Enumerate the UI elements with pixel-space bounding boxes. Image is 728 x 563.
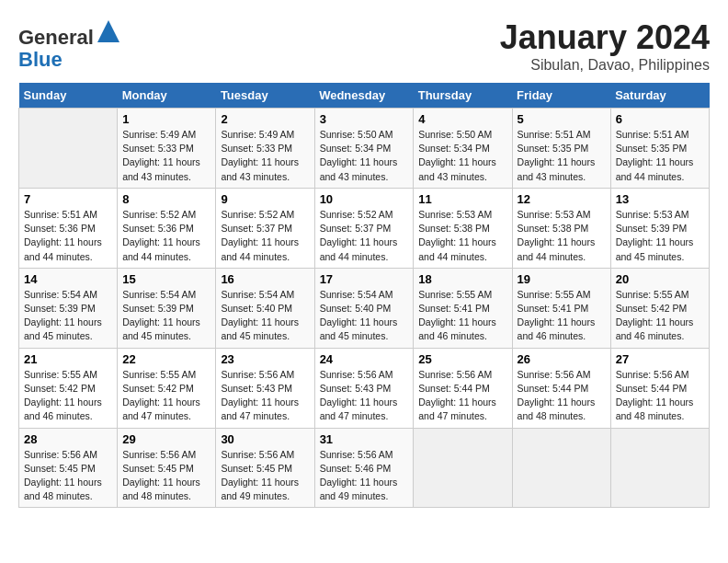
day-info: Sunrise: 5:50 AM Sunset: 5:34 PM Dayligh… [418,128,506,184]
day-info: Sunrise: 5:52 AM Sunset: 5:37 PM Dayligh… [221,208,309,264]
day-info: Sunrise: 5:55 AM Sunset: 5:42 PM Dayligh… [122,368,210,424]
day-info: Sunrise: 5:56 AM Sunset: 5:43 PM Dayligh… [221,368,309,424]
day-info: Sunrise: 5:55 AM Sunset: 5:41 PM Dayligh… [518,288,606,344]
day-cell: 25Sunrise: 5:56 AM Sunset: 5:44 PM Dayli… [414,348,512,428]
day-number: 26 [518,352,606,366]
day-number: 20 [616,272,704,286]
day-number: 10 [320,192,409,206]
day-info: Sunrise: 5:56 AM Sunset: 5:44 PM Dayligh… [518,368,606,424]
day-cell: 21Sunrise: 5:55 AM Sunset: 5:42 PM Dayli… [19,348,118,428]
day-info: Sunrise: 5:55 AM Sunset: 5:41 PM Dayligh… [418,288,506,344]
weekday-sunday: Sunday [19,83,118,109]
day-cell: 6Sunrise: 5:51 AM Sunset: 5:35 PM Daylig… [610,109,709,189]
day-info: Sunrise: 5:52 AM Sunset: 5:37 PM Dayligh… [320,208,409,264]
day-info: Sunrise: 5:56 AM Sunset: 5:44 PM Dayligh… [616,368,704,424]
day-cell: 18Sunrise: 5:55 AM Sunset: 5:41 PM Dayli… [414,268,512,348]
day-cell: 20Sunrise: 5:55 AM Sunset: 5:42 PM Dayli… [610,268,709,348]
day-cell: 26Sunrise: 5:56 AM Sunset: 5:44 PM Dayli… [512,348,610,428]
day-number: 28 [24,432,112,446]
day-info: Sunrise: 5:56 AM Sunset: 5:45 PM Dayligh… [221,448,309,504]
day-cell: 15Sunrise: 5:54 AM Sunset: 5:39 PM Dayli… [118,268,216,348]
week-row-5: 28Sunrise: 5:56 AM Sunset: 5:45 PM Dayli… [19,428,710,508]
svg-marker-0 [97,20,119,42]
weekday-thursday: Thursday [414,83,512,109]
week-row-2: 7Sunrise: 5:51 AM Sunset: 5:36 PM Daylig… [19,188,710,268]
day-cell: 28Sunrise: 5:56 AM Sunset: 5:45 PM Dayli… [19,428,118,508]
day-cell: 24Sunrise: 5:56 AM Sunset: 5:43 PM Dayli… [314,348,414,428]
day-info: Sunrise: 5:54 AM Sunset: 5:40 PM Dayligh… [221,288,309,344]
day-info: Sunrise: 5:49 AM Sunset: 5:33 PM Dayligh… [122,128,210,184]
day-number: 3 [320,112,409,126]
day-number: 15 [122,272,210,286]
day-cell: 2Sunrise: 5:49 AM Sunset: 5:33 PM Daylig… [216,109,314,189]
weekday-header-row: SundayMondayTuesdayWednesdayThursdayFrid… [19,83,710,109]
calendar-body: 1Sunrise: 5:49 AM Sunset: 5:33 PM Daylig… [19,109,710,508]
day-cell: 5Sunrise: 5:51 AM Sunset: 5:35 PM Daylig… [512,109,610,189]
day-number: 12 [518,192,606,206]
day-info: Sunrise: 5:56 AM Sunset: 5:46 PM Dayligh… [320,448,409,504]
logo-blue: Blue [18,48,63,71]
day-number: 4 [418,112,506,126]
day-number: 25 [418,352,506,366]
day-cell [610,428,709,508]
day-info: Sunrise: 5:51 AM Sunset: 5:35 PM Dayligh… [616,128,704,184]
day-cell: 19Sunrise: 5:55 AM Sunset: 5:41 PM Dayli… [512,268,610,348]
week-row-1: 1Sunrise: 5:49 AM Sunset: 5:33 PM Daylig… [19,109,710,189]
day-info: Sunrise: 5:53 AM Sunset: 5:39 PM Dayligh… [616,208,704,264]
day-number: 31 [320,432,409,446]
day-info: Sunrise: 5:50 AM Sunset: 5:34 PM Dayligh… [320,128,409,184]
day-info: Sunrise: 5:49 AM Sunset: 5:33 PM Dayligh… [221,128,309,184]
day-number: 29 [122,432,210,446]
day-info: Sunrise: 5:51 AM Sunset: 5:36 PM Dayligh… [24,208,112,264]
day-number: 30 [221,432,309,446]
day-cell: 12Sunrise: 5:53 AM Sunset: 5:38 PM Dayli… [512,188,610,268]
day-number: 5 [518,112,606,126]
day-info: Sunrise: 5:56 AM Sunset: 5:45 PM Dayligh… [122,448,210,504]
day-number: 11 [418,192,506,206]
day-cell: 29Sunrise: 5:56 AM Sunset: 5:45 PM Dayli… [118,428,216,508]
weekday-wednesday: Wednesday [314,83,414,109]
day-info: Sunrise: 5:53 AM Sunset: 5:38 PM Dayligh… [418,208,506,264]
day-number: 16 [221,272,309,286]
day-cell [19,109,118,189]
day-info: Sunrise: 5:54 AM Sunset: 5:39 PM Dayligh… [122,288,210,344]
day-cell [414,428,512,508]
day-info: Sunrise: 5:55 AM Sunset: 5:42 PM Dayligh… [616,288,704,344]
title-block: January 2024 Sibulan, Davao, Philippines [500,18,710,74]
day-number: 7 [24,192,112,206]
day-info: Sunrise: 5:55 AM Sunset: 5:42 PM Dayligh… [24,368,112,424]
day-cell: 1Sunrise: 5:49 AM Sunset: 5:33 PM Daylig… [118,109,216,189]
day-info: Sunrise: 5:52 AM Sunset: 5:36 PM Dayligh… [122,208,210,264]
day-number: 1 [122,112,210,126]
day-number: 13 [616,192,704,206]
day-cell: 16Sunrise: 5:54 AM Sunset: 5:40 PM Dayli… [216,268,314,348]
day-cell [512,428,610,508]
logo: General Blue [18,18,121,71]
day-info: Sunrise: 5:56 AM Sunset: 5:44 PM Dayligh… [418,368,506,424]
day-info: Sunrise: 5:56 AM Sunset: 5:45 PM Dayligh… [24,448,112,504]
day-cell: 31Sunrise: 5:56 AM Sunset: 5:46 PM Dayli… [314,428,414,508]
day-cell: 10Sunrise: 5:52 AM Sunset: 5:37 PM Dayli… [314,188,414,268]
weekday-tuesday: Tuesday [216,83,314,109]
location-title: Sibulan, Davao, Philippines [500,57,710,74]
weekday-friday: Friday [512,83,610,109]
calendar-table: SundayMondayTuesdayWednesdayThursdayFrid… [18,83,710,508]
day-number: 27 [616,352,704,366]
weekday-saturday: Saturday [610,83,709,109]
day-number: 22 [122,352,210,366]
week-row-4: 21Sunrise: 5:55 AM Sunset: 5:42 PM Dayli… [19,348,710,428]
day-cell: 7Sunrise: 5:51 AM Sunset: 5:36 PM Daylig… [19,188,118,268]
day-info: Sunrise: 5:51 AM Sunset: 5:35 PM Dayligh… [518,128,606,184]
day-cell: 11Sunrise: 5:53 AM Sunset: 5:38 PM Dayli… [414,188,512,268]
day-cell: 14Sunrise: 5:54 AM Sunset: 5:39 PM Dayli… [19,268,118,348]
day-number: 6 [616,112,704,126]
day-number: 2 [221,112,309,126]
page-header: General Blue January 2024 Sibulan, Davao… [18,18,710,74]
month-title: January 2024 [500,18,710,57]
day-cell: 9Sunrise: 5:52 AM Sunset: 5:37 PM Daylig… [216,188,314,268]
day-number: 9 [221,192,309,206]
day-cell: 27Sunrise: 5:56 AM Sunset: 5:44 PM Dayli… [610,348,709,428]
week-row-3: 14Sunrise: 5:54 AM Sunset: 5:39 PM Dayli… [19,268,710,348]
day-number: 21 [24,352,112,366]
day-info: Sunrise: 5:54 AM Sunset: 5:40 PM Dayligh… [320,288,409,344]
